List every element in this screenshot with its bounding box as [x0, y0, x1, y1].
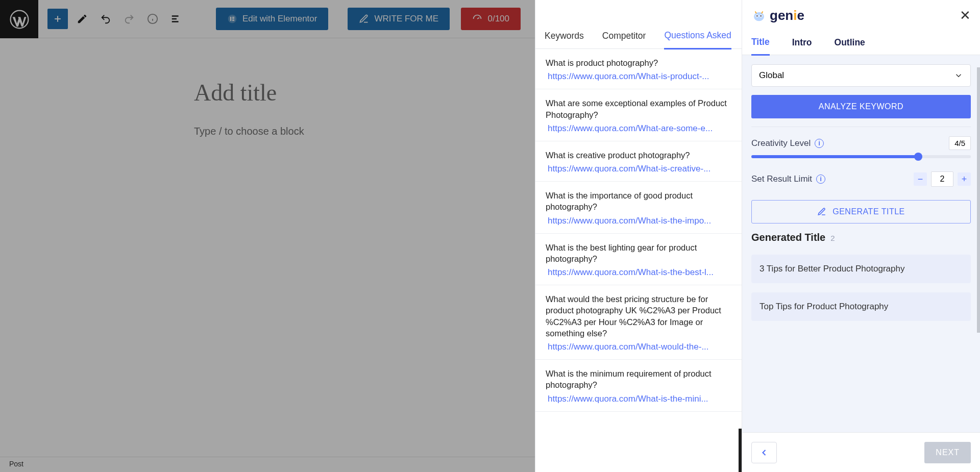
generated-title-heading: Generated Title 2: [751, 232, 971, 243]
generated-title-result[interactable]: 3 Tips for Better Product Photography: [751, 255, 971, 283]
creativity-label: Creativity Level i: [751, 138, 824, 148]
question-link[interactable]: https://www.quora.com/What-is-creative-.…: [546, 164, 731, 174]
creativity-slider[interactable]: [751, 155, 971, 158]
write-for-me-label: WRITE FOR ME: [374, 14, 438, 24]
generate-title-button[interactable]: GENERATE TITLE: [751, 200, 971, 223]
question-text: What would the best pricing structure be…: [546, 293, 731, 339]
analyze-keyword-button[interactable]: ANALYZE KEYWORD: [751, 95, 971, 118]
editor-toolbar: Edit with Elementor WRITE FOR ME 0/100: [0, 0, 535, 38]
genie-header: genie ✕: [742, 0, 980, 31]
question-link[interactable]: https://www.quora.com/What-is-the-mini..…: [546, 394, 731, 404]
wordpress-logo[interactable]: [0, 0, 38, 38]
svg-point-11: [761, 15, 762, 17]
question-text: What is creative product photography?: [546, 150, 731, 161]
tab-title[interactable]: Title: [751, 30, 770, 56]
question-link[interactable]: https://www.quora.com/What-is-the-impo..…: [546, 216, 731, 226]
question-item[interactable]: What would the best pricing structure be…: [535, 285, 742, 360]
question-text: What is the minimum requirement of produ…: [546, 368, 731, 391]
redo-icon[interactable]: [120, 10, 138, 28]
info-icon[interactable]: i: [816, 175, 825, 184]
svg-rect-5: [232, 18, 234, 19]
result-limit-value: 2: [931, 171, 953, 187]
svg-rect-3: [230, 17, 232, 21]
tab-competitor[interactable]: Competitor: [602, 23, 646, 48]
question-text: What is product photography?: [546, 57, 731, 68]
questions-panel: Keywords Competitor Questions Asked What…: [535, 0, 742, 472]
editor-canvas[interactable]: Add title Type / to choose a block: [0, 38, 535, 137]
question-item[interactable]: What are some exceptional examples of Pr…: [535, 89, 742, 141]
question-link[interactable]: https://www.quora.com/What-is-the-best-l…: [546, 267, 731, 278]
seo-score-button[interactable]: 0/100: [461, 8, 521, 30]
generated-title-result[interactable]: Top Tips for Product Photography: [751, 292, 971, 321]
chevron-down-icon: [954, 71, 963, 80]
title-placeholder[interactable]: Add title: [194, 79, 535, 106]
post-type-label: Post: [9, 460, 23, 468]
question-link[interactable]: https://www.quora.com/What-is-product-..…: [546, 71, 731, 82]
genie-body: Global ANALYZE KEYWORD Creativity Level …: [742, 55, 980, 432]
tab-questions-asked[interactable]: Questions Asked: [664, 23, 731, 49]
block-placeholder[interactable]: Type / to choose a block: [194, 126, 535, 137]
svg-rect-4: [232, 17, 234, 18]
genie-logo: genie: [751, 8, 804, 23]
wordpress-editor: Edit with Elementor WRITE FOR ME 0/100 A…: [0, 0, 535, 472]
edit-icon[interactable]: [73, 10, 91, 28]
next-button[interactable]: NEXT: [924, 442, 971, 463]
question-text: What is the importance of good product p…: [546, 190, 731, 213]
genie-footer: NEXT: [742, 432, 980, 472]
creativity-value: 4/5: [949, 136, 971, 150]
question-item[interactable]: What is the importance of good product p…: [535, 182, 742, 234]
add-block-button[interactable]: [47, 9, 68, 29]
genie-tabs: Title Intro Outline: [742, 31, 980, 55]
svg-rect-6: [232, 20, 234, 21]
right-scrollbar[interactable]: [977, 67, 980, 333]
question-text: What is the best lighting gear for produ…: [546, 242, 731, 265]
back-button[interactable]: [751, 442, 777, 463]
info-icon[interactable]: i: [815, 139, 824, 148]
research-tabs: Keywords Competitor Questions Asked: [535, 23, 742, 49]
question-link[interactable]: https://www.quora.com/What-would-the-...: [546, 342, 731, 352]
outline-icon[interactable]: [167, 10, 185, 28]
result-limit-stepper: − 2 +: [914, 171, 971, 187]
tab-outline[interactable]: Outline: [835, 31, 865, 55]
tab-keywords[interactable]: Keywords: [545, 23, 584, 48]
question-item[interactable]: What is creative product photography?htt…: [535, 141, 742, 182]
edit-elementor-label: Edit with Elementor: [242, 14, 317, 24]
result-limit-label: Set Result Limit i: [751, 174, 825, 184]
question-link[interactable]: https://www.quora.com/What-are-some-e...: [546, 123, 731, 134]
region-select[interactable]: Global: [751, 64, 971, 87]
info-icon[interactable]: [143, 10, 162, 28]
tab-intro[interactable]: Intro: [792, 31, 812, 55]
edit-elementor-button[interactable]: Edit with Elementor: [216, 8, 328, 30]
question-item[interactable]: What is the best lighting gear for produ…: [535, 234, 742, 286]
editor-footer: Post: [0, 457, 535, 472]
question-item[interactable]: What is product photography?https://www.…: [535, 49, 742, 89]
region-value: Global: [759, 70, 784, 81]
seo-score-value: 0/100: [487, 14, 509, 24]
write-for-me-button[interactable]: WRITE FOR ME: [348, 8, 450, 30]
questions-list[interactable]: What is product photography?https://www.…: [535, 49, 742, 472]
close-icon[interactable]: ✕: [960, 8, 971, 23]
increment-button[interactable]: +: [958, 172, 971, 186]
question-item[interactable]: What is the minimum requirement of produ…: [535, 360, 742, 412]
decrement-button[interactable]: −: [914, 172, 927, 186]
genie-panel: genie ✕ Title Intro Outline Global ANALY…: [742, 0, 980, 472]
svg-point-7: [754, 12, 764, 21]
svg-point-10: [756, 15, 758, 17]
undo-icon[interactable]: [96, 10, 115, 28]
question-text: What are some exceptional examples of Pr…: [546, 97, 731, 120]
